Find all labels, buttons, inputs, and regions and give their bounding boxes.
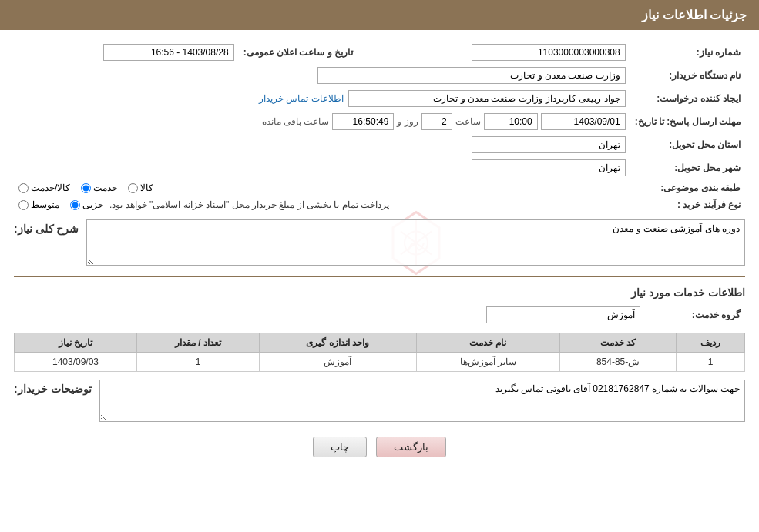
category-option-goods-service[interactable]: کالا/خدمت [18, 182, 70, 193]
remaining-time-input[interactable] [332, 113, 394, 130]
city-input[interactable] [472, 159, 626, 176]
content-area: شماره نیاز: تاریخ و ساعت اعلان عمومی: نا… [0, 30, 759, 468]
remaining-days-label: روز و [397, 116, 418, 127]
col-qty: تعداد / مقدار [137, 333, 260, 353]
purchase-type-radio-partial[interactable] [70, 200, 80, 210]
back-button[interactable]: بازگشت [376, 437, 446, 457]
col-unit: واحد اندازه گیری [259, 333, 416, 353]
row-requester: ایجاد کننده درخواست: اطلاعات تماس خریدار [14, 87, 745, 110]
need-number-cell [368, 41, 630, 64]
row-city: شهر محل تحویل: [14, 156, 745, 179]
table-header-row: ردیف کد خدمت نام خدمت واحد اندازه گیری ت… [15, 333, 745, 353]
info-table: شماره نیاز: تاریخ و ساعت اعلان عمومی: نا… [14, 41, 745, 213]
need-desc-section: شرح کلی نیاز: دوره های آموزشی صنعت و معد… [14, 219, 745, 268]
purchase-type-medium-label: متوسط [31, 199, 59, 210]
purchase-type-cell: متوسط جزیی پرداخت تمام یا بخشی از مبلغ خ… [14, 196, 630, 213]
requester-label: ایجاد کننده درخواست: [630, 87, 745, 110]
need-number-label: شماره نیاز: [630, 41, 745, 64]
purchase-type-note: پرداخت تمام یا بخشی از مبلغ خریدار محل "… [109, 199, 389, 210]
city-cell [14, 156, 630, 179]
col-name: نام خدمت [416, 333, 559, 353]
table-row: 1 ش-85-854 سایر آموزش‌ها آموزش 1 1403/09… [15, 353, 745, 372]
services-title: اطلاعات خدمات مورد نیاز [14, 286, 745, 299]
buyer-org-input[interactable] [317, 67, 626, 84]
category-cell: کالا/خدمت خدمت کالا [14, 179, 630, 196]
announce-date-label: تاریخ و ساعت اعلان عمومی: [239, 41, 368, 64]
province-label: استان محل تحویل: [630, 133, 745, 156]
buyer-desc-label: توضیحات خریدار: [14, 383, 92, 395]
announce-date-cell [14, 41, 239, 64]
button-area: بازگشت چاپ [14, 437, 745, 457]
col-code: کد خدمت [559, 333, 676, 353]
contact-link[interactable]: اطلاعات تماس خریدار [259, 93, 344, 104]
page-header: جزئیات اطلاعات نیاز [0, 0, 759, 30]
need-desc-label: شرح کلی نیاز: [14, 223, 79, 235]
category-option-goods-label: کالا [140, 182, 153, 193]
row-category: طبقه بندی موضوعی: کالا/خدمت خدمت کالا [14, 179, 745, 196]
remaining-days-input[interactable] [421, 113, 452, 130]
category-radio-service[interactable] [81, 183, 91, 193]
row-service-group: گروه خدمت: [14, 303, 745, 326]
need-desc-wrapper: دوره های آموزشی صنعت و معدن [86, 219, 745, 268]
category-label: طبقه بندی موضوعی: [630, 179, 745, 196]
service-group-input[interactable] [486, 306, 640, 323]
page-title: جزئیات اطلاعات نیاز [642, 8, 747, 22]
province-cell [14, 133, 630, 156]
service-group-cell [14, 303, 645, 326]
row-buyer-org: نام دستگاه خریدار: [14, 64, 745, 87]
cell-code: ش-85-854 [559, 353, 676, 372]
buyer-org-cell [14, 64, 630, 87]
cell-date: 1403/09/03 [15, 353, 137, 372]
need-desc-textarea[interactable]: دوره های آموزشی صنعت و معدن [86, 219, 745, 266]
table-body: 1 ش-85-854 سایر آموزش‌ها آموزش 1 1403/09… [15, 353, 745, 372]
city-label: شهر محل تحویل: [630, 156, 745, 179]
category-option-service-label: خدمت [93, 182, 117, 193]
row-province: استان محل تحویل: [14, 133, 745, 156]
buyer-desc-wrapper: جهت سوالات به شماره 02181762847 آقای یاق… [99, 380, 745, 424]
purchase-type-partial[interactable]: جزیی [70, 199, 103, 210]
requester-cell: اطلاعات تماس خریدار [14, 87, 630, 110]
cell-qty: 1 [137, 353, 260, 372]
purchase-type-label: نوع فرآیند خرید : [630, 196, 745, 213]
announce-date-input[interactable] [103, 44, 234, 61]
col-row: ردیف [677, 333, 745, 353]
service-group-table: گروه خدمت: [14, 303, 745, 326]
cell-row: 1 [677, 353, 745, 372]
service-group-label: گروه خدمت: [645, 303, 745, 326]
buyer-desc-textarea[interactable]: جهت سوالات به شماره 02181762847 آقای یاق… [99, 380, 745, 422]
cell-unit: آموزش [259, 353, 416, 372]
category-radio-goods-service[interactable] [18, 183, 29, 193]
reply-deadline-cell: ساعت باقی مانده روز و ساعت [14, 110, 630, 133]
buyer-desc-section: توضیحات خریدار: جهت سوالات به شماره 0218… [14, 380, 745, 424]
requester-input[interactable] [348, 90, 626, 107]
purchase-type-medium[interactable]: متوسط [18, 199, 59, 210]
services-data-table: ردیف کد خدمت نام خدمت واحد اندازه گیری ت… [14, 333, 745, 372]
page-wrapper: جزئیات اطلاعات نیاز شماره نیاز: تاریخ و … [0, 0, 759, 532]
row-reply-deadline: مهلت ارسال پاسخ: تا تاریخ: ساعت باقی مان… [14, 110, 745, 133]
row-need-number: شماره نیاز: تاریخ و ساعت اعلان عمومی: [14, 41, 745, 64]
category-radio-goods[interactable] [128, 183, 138, 193]
reply-time-label: ساعت [455, 116, 481, 127]
print-button[interactable]: چاپ [313, 437, 367, 457]
col-date: تاریخ نیاز [15, 333, 137, 353]
reply-date-input[interactable] [541, 113, 626, 130]
category-option-service[interactable]: خدمت [81, 182, 117, 193]
table-header: ردیف کد خدمت نام خدمت واحد اندازه گیری ت… [15, 333, 745, 353]
buyer-org-label: نام دستگاه خریدار: [630, 64, 745, 87]
category-option-goods-service-label: کالا/خدمت [31, 182, 70, 193]
need-number-input[interactable] [472, 44, 626, 61]
province-input[interactable] [472, 136, 626, 153]
purchase-type-partial-label: جزیی [82, 199, 103, 210]
reply-deadline-label: مهلت ارسال پاسخ: تا تاریخ: [630, 110, 745, 133]
reply-time-input[interactable] [484, 113, 538, 130]
purchase-type-radio-medium[interactable] [18, 200, 29, 210]
category-option-goods[interactable]: کالا [128, 182, 153, 193]
remaining-time-label: ساعت باقی مانده [262, 116, 330, 127]
cell-name: سایر آموزش‌ها [416, 353, 559, 372]
